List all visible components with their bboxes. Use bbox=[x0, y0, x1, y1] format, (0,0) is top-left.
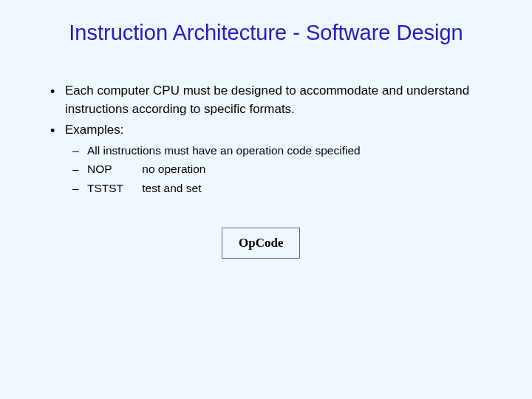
opcode-box: OpCode bbox=[222, 228, 300, 259]
sub-bullet-item: NOP no operation bbox=[69, 161, 510, 177]
bullet-item: Each computer CPU must be designed to ac… bbox=[44, 82, 510, 118]
bullet-list: Each computer CPU must be designed to ac… bbox=[44, 82, 510, 197]
sub-bullet-list: All instructions must have an operation … bbox=[65, 143, 510, 197]
slide: Instruction Architecture - Software Desi… bbox=[0, 0, 532, 399]
content-area: Each computer CPU must be designed to ac… bbox=[22, 82, 510, 259]
sub-bullet-item: TSTST test and set bbox=[69, 180, 510, 197]
bullet-item: Examples: All instructions must have an … bbox=[44, 121, 510, 197]
mnemonic-desc: test and set bbox=[142, 182, 201, 194]
mnemonic-code: NOP bbox=[87, 161, 139, 177]
sub-bullet-item: All instructions must have an operation … bbox=[69, 143, 510, 159]
mnemonic-desc: no operation bbox=[142, 163, 205, 175]
mnemonic-code: TSTST bbox=[87, 180, 139, 197]
slide-title: Instruction Architecture - Software Desi… bbox=[22, 21, 510, 45]
bullet-text: Examples: bbox=[65, 123, 123, 137]
